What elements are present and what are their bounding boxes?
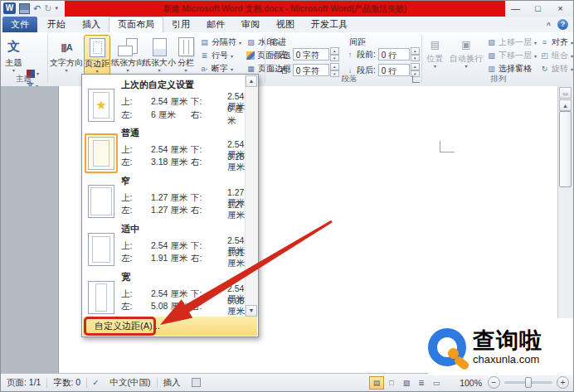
spacing-before-spinner[interactable]: ▴ ▾ (411, 47, 420, 61)
position-icon: ▤ (430, 39, 440, 51)
margin-preset-moderate-icon (88, 233, 114, 266)
orientation-icon (118, 38, 138, 56)
margin-preset-normal-icon (88, 137, 114, 170)
spinner-down-icon[interactable]: ▾ (411, 55, 420, 62)
margin-label-top: 上: (121, 144, 151, 156)
tab-view[interactable]: 视图 (268, 17, 303, 32)
maximize-button[interactable]: □ (527, 1, 549, 16)
margin-preset-title: 普通 (121, 127, 245, 139)
view-outline-icon[interactable]: ≣ (414, 376, 429, 390)
margin-label-bottom: 下: (191, 240, 227, 252)
word-count[interactable]: 字数: 0 (47, 377, 86, 389)
group-button[interactable]: ◰ 组合 ▾ (540, 50, 573, 61)
help-icon[interactable]: ? (557, 19, 568, 30)
tab-references[interactable]: 引用 (163, 17, 198, 32)
spinner-down-icon[interactable]: ▾ (330, 55, 339, 62)
tab-review[interactable]: 审阅 (233, 17, 268, 32)
themes-icon: 文 (7, 39, 20, 55)
chevron-down-icon: ▾ (158, 68, 160, 74)
wrap-text-button[interactable]: ▣ 自动换行 ▾ (448, 35, 484, 75)
macro-record-icon[interactable] (192, 378, 201, 387)
margin-value-right: 5.08 厘米 (227, 296, 245, 317)
scrollbar-thumb[interactable] (559, 111, 572, 187)
spacing-before-input[interactable]: 0 行 (378, 48, 410, 60)
minimize-button[interactable]: — (504, 1, 527, 16)
text-direction-button[interactable]: |||A 文字方向 ▾ (50, 35, 83, 82)
save-icon[interactable] (19, 3, 30, 14)
tab-mailings[interactable]: 邮件 (198, 17, 233, 32)
line-numbers-button[interactable]: ≣ 行号 ▾ (200, 50, 233, 61)
dropdown-scrollbar[interactable]: ▲ ▼ (245, 75, 258, 317)
tab-home[interactable]: 开始 (39, 17, 74, 32)
selection-pane-button[interactable]: ▥ 选择窗格 (487, 63, 532, 75)
zoom-out-icon[interactable]: − (488, 376, 500, 389)
margin-preset-last-custom-icon: ★ (88, 89, 114, 122)
margin-label-left: 左: (121, 157, 151, 168)
ruler-toggle-icon[interactable]: ▭ (559, 87, 572, 99)
spinner-up-icon[interactable]: ▴ (330, 47, 339, 55)
qat-customize-chevron-icon[interactable]: ▾ (55, 5, 58, 12)
spacing-before-field[interactable]: ↑ 段前: 0 行 ▴ ▾ (345, 47, 420, 61)
tab-insert[interactable]: 插入 (74, 17, 109, 32)
insert-mode-indicator[interactable]: 插入 (158, 377, 187, 389)
minimize-ribbon-icon[interactable]: ^ (547, 21, 551, 29)
chevron-down-icon: ▾ (126, 68, 129, 74)
margin-label-left: 左: (121, 253, 151, 264)
bring-forward-icon: ▨ (487, 38, 496, 47)
tab-file[interactable]: 文件 (2, 17, 37, 32)
margin-preset-moderate[interactable]: 适中 上: 2.54 厘米 下: 2.54 厘米 左: 1.91 厘米 右: 1… (83, 220, 245, 268)
align-button[interactable]: ≡ 对齐 ▾ (540, 36, 573, 48)
margin-preset-narrow[interactable]: 窄 上: 1.27 厘米 下: 1.27 厘米 左: 1.27 厘米 右: 1.… (83, 172, 245, 220)
send-backward-button[interactable]: ▧ 下移一层 ▾ (487, 50, 537, 61)
spacing-after-input[interactable]: 0 行 (378, 64, 410, 76)
indent-label: 缩进 (270, 36, 286, 48)
zoom-level[interactable]: 100% (452, 378, 482, 388)
breaks-button[interactable]: ▤ 分隔符 ▾ (200, 36, 241, 48)
view-full-screen-icon[interactable]: □ (384, 376, 399, 390)
view-web-layout-icon[interactable]: ▧ (399, 376, 414, 390)
indent-left-field[interactable]: ⇥ 左: 0 字符 ▴ ▾ (268, 47, 339, 61)
tab-developer[interactable]: 开发工具 (303, 17, 356, 32)
view-draft-icon[interactable]: ▭ (429, 376, 444, 390)
margin-value-top: 2.54 厘米 (151, 240, 191, 252)
dropdown-scroll-down-icon[interactable]: ▼ (246, 305, 257, 317)
tab-page-layout[interactable]: 页面布局 (109, 17, 163, 32)
indent-left-spinner[interactable]: ▴ ▾ (330, 47, 339, 61)
undo-icon[interactable]: ↶ (33, 4, 41, 13)
indent-left-input[interactable]: 0 字符 (293, 48, 329, 60)
page-color-icon (246, 51, 255, 60)
spell-check-icon[interactable]: ✓ (87, 378, 104, 387)
redo-icon[interactable]: ↻ (44, 4, 51, 13)
bring-forward-button[interactable]: ▨ 上移一层 ▾ (487, 36, 537, 48)
spinner-up-icon[interactable]: ▴ (411, 63, 420, 70)
margin-value-left: 3.18 厘米 (151, 157, 191, 168)
margin-value-right: 1.91 厘米 (227, 248, 245, 269)
paragraph-dialog-launcher-icon[interactable] (412, 75, 420, 83)
margin-value-right: 3.18 厘米 (227, 152, 245, 173)
zoom-slider[interactable] (504, 381, 552, 384)
margin-value-left: 6 厘米 (151, 109, 191, 121)
spinner-up-icon[interactable]: ▴ (330, 63, 339, 70)
send-backward-icon: ▧ (487, 51, 496, 60)
margin-label-bottom: 下: (191, 288, 227, 300)
page-size-icon (153, 38, 167, 56)
language-indicator[interactable]: 中文(中国) (105, 377, 157, 389)
hyphenation-button[interactable]: a- 断字 ▾ (200, 63, 233, 75)
margin-preset-wide[interactable]: 宽 上: 2.54 厘米 下: 2.54 厘米 左: 5.08 厘米 右: 5.… (83, 268, 245, 316)
close-button[interactable]: × (549, 1, 572, 16)
spinner-up-icon[interactable]: ▴ (411, 47, 420, 55)
rotate-button[interactable]: ↻ 旋转 ▾ (540, 63, 573, 75)
margin-label-left: 左: (121, 205, 151, 216)
word-window: W ↶ ↻ ▾ 新建 Microsoft Word 文档.docx - Micr… (0, 0, 574, 392)
dropdown-scroll-up-icon[interactable]: ▲ (246, 75, 257, 87)
scroll-up-icon[interactable]: ▲ (559, 99, 572, 111)
zoom-slider-thumb[interactable] (525, 377, 532, 388)
position-button[interactable]: ▤ 位置 ▾ (424, 35, 446, 75)
margin-preset-normal[interactable]: 普通 上: 2.54 厘米 下: 2.54 厘米 左: 3.18 厘米 右: 3… (83, 123, 245, 172)
view-print-layout-icon[interactable]: ▤ (369, 376, 384, 390)
margins-dropdown-menu: ★ 上次的自定义设置 上: 2.54 厘米 下: 2.54 厘米 左: 6 厘米… (81, 74, 259, 337)
margin-preset-last-custom[interactable]: ★ 上次的自定义设置 上: 2.54 厘米 下: 2.54 厘米 左: 6 厘米… (83, 75, 245, 123)
word-app-icon[interactable]: W (3, 2, 16, 14)
zoom-in-icon[interactable]: + (557, 376, 569, 389)
page-indicator[interactable]: 页面: 1/1 (1, 377, 46, 389)
